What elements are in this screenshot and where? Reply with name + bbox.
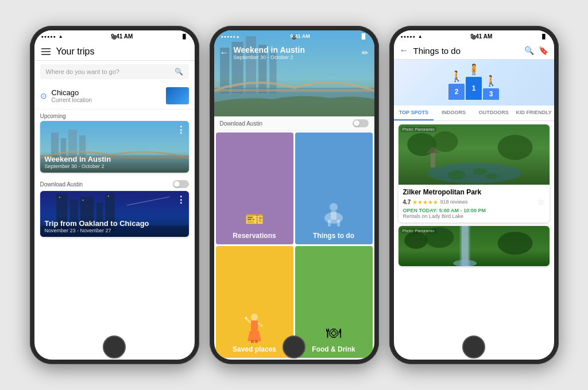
podium-block-first: 1 <box>466 77 482 100</box>
figure-first: 🧍 <box>467 63 480 76</box>
svg-point-43 <box>448 170 465 180</box>
phones-container: ●●●●● ▲ 9:41 AM ▐▌ Your trips Where do y… <box>18 14 570 376</box>
saved-places-label: Saved places <box>233 345 276 353</box>
battery-icon: ▐▌ <box>181 34 187 39</box>
p2-back-icon[interactable]: ← <box>220 48 229 58</box>
reservations-label: Reservations <box>233 232 276 240</box>
svg-line-34 <box>258 323 262 326</box>
podium-display: 🚶 2 🧍 1 <box>448 63 499 103</box>
tab-outdoors[interactable]: OUTDOORS <box>474 106 514 120</box>
download-toggle[interactable] <box>173 180 189 188</box>
rating-stars: ★★★★★ <box>412 199 438 205</box>
wifi-icon: ▲ <box>59 34 63 39</box>
podium-num-first: 1 <box>466 77 482 100</box>
grid-food-drink[interactable]: 🍽 Food & Drink <box>295 246 373 358</box>
svg-rect-14 <box>82 200 83 201</box>
podium-block-third: 3 <box>483 88 499 100</box>
current-location-row[interactable]: ⊙ Chicago Current location <box>34 83 195 110</box>
svg-point-26 <box>330 203 338 211</box>
svg-rect-13 <box>59 197 60 198</box>
svg-rect-31 <box>251 321 258 331</box>
p2-nav-overlay: ← Weekend in Austin September 30 - Octob… <box>214 43 374 63</box>
svg-rect-41 <box>430 153 435 167</box>
rating-number: 4.7 <box>403 199 411 205</box>
p3-bookmark-icon[interactable]: 🔖 <box>539 46 548 55</box>
p2-feature-grid: 🎫 Reservations <box>214 131 374 360</box>
review-count: 918 reviews <box>440 199 467 205</box>
svg-rect-36 <box>255 340 258 343</box>
figure-third: 🚶 <box>485 75 497 87</box>
podium-second: 🚶 2 <box>448 70 465 100</box>
upcoming-label: Upcoming <box>34 110 195 121</box>
search-bar[interactable]: Where do you want to go? 🔍 <box>40 64 189 79</box>
location-pin-icon: ⊙ <box>40 91 47 100</box>
food-drink-label: Food & Drink <box>312 345 355 353</box>
austin-trip-title: Weekend in Austin <box>45 155 184 163</box>
figure-second: 🚶 <box>450 70 463 83</box>
location-sublabel: Current location <box>52 97 161 103</box>
tab-kid-friendly[interactable]: KID FRIENDLY <box>514 106 554 120</box>
p2-hero-image: ●●●●●▲ 9:41 AM ▐▌ ← Weekend in Austin Se… <box>214 30 374 116</box>
p2-signal: ●●●●●▲ <box>221 34 241 38</box>
zilker-title: Zilker Metropolitan Park <box>403 188 545 196</box>
svg-rect-35 <box>251 340 254 343</box>
trip2-menu-icon[interactable]: ⋮ <box>176 194 185 205</box>
podium-first: 🧍 1 <box>466 63 482 100</box>
food-icon: 🍽 <box>326 324 341 342</box>
p2-status-bar: ●●●●●▲ 9:41 AM ▐▌ <box>214 30 374 42</box>
oakland-trip-title: Trip from Oakland to Chicago <box>45 219 184 228</box>
place-card-zilker[interactable]: Photo: Panoramio Zilker Metropolitan Par… <box>399 124 550 223</box>
oakland-card-image: Trip from Oakland to Chicago November 23… <box>40 191 189 237</box>
austin-card-image: Weekend in Austin September 30 - October… <box>40 121 189 173</box>
location-texts: Chicago Current location <box>52 88 161 103</box>
things-to-do-label: Things to do <box>313 232 354 240</box>
status-bar-3: ●●●●● ▲ 9:41 AM ▐▌ <box>394 30 554 42</box>
trip-menu-icon[interactable]: ⋮ <box>176 124 185 135</box>
zilker-image: Photo: Panoramio <box>399 124 550 185</box>
p3-signal-dots: ●●●●● <box>401 34 416 38</box>
grid-reservations[interactable]: 🎫 Reservations <box>216 132 293 244</box>
download-austin-label: Download Austin <box>40 181 83 188</box>
girl-icon: ★ <box>243 311 266 343</box>
p3-tabs: TOP SPOTS INDOORS OUTDOORS KID FRIENDLY <box>394 106 554 121</box>
svg-point-40 <box>497 135 532 160</box>
search-placeholder: Where do you want to go? <box>46 68 119 75</box>
svg-rect-24 <box>214 89 374 92</box>
zilker-card-info: Zilker Metropolitan Park 4.7 ★★★★★ 918 r… <box>399 185 550 223</box>
p2-download-bar: Download Austin <box>214 116 374 131</box>
p3-battery-icon: ▐▌ <box>540 34 547 39</box>
tab-top-spots[interactable]: TOP SPOTS <box>394 106 434 120</box>
hamburger-menu-icon[interactable] <box>41 48 51 55</box>
location-thumbnail <box>166 87 189 104</box>
things-to-do-page-title: Things to do <box>413 46 520 56</box>
p2-wrapper: ●●●●●▲ 9:41 AM ▐▌ ← Weekend in Austin Se… <box>214 30 374 360</box>
oakland-card-overlay: Trip from Oakland to Chicago November 23… <box>40 216 189 237</box>
p3-header: ← Things to do 🔍 🔖 <box>394 42 554 60</box>
trip-card-oakland[interactable]: Trip from Oakland to Chicago November 23… <box>40 191 189 237</box>
p3-hero-podium: 🚶 2 🧍 1 <box>394 60 554 106</box>
p3-search-icon[interactable]: 🔍 <box>524 46 534 55</box>
location-city: Chicago <box>52 88 161 97</box>
svg-point-44 <box>473 168 486 175</box>
waterfall-image: Photo: Panoramio <box>399 226 550 266</box>
austin-trip-dates: September 30 - October 2 <box>45 163 184 169</box>
zilker-rating: 4.7 ★★★★★ 918 reviews ☆ <box>403 197 545 206</box>
ticket-icon: 🎫 <box>245 210 264 228</box>
p2-download-toggle[interactable] <box>353 119 369 127</box>
download-austin-bar: Download Austin <box>34 177 195 191</box>
svg-point-45 <box>486 173 497 179</box>
p3-content: Photo: Panoramio Zilker Metropolitan Par… <box>394 121 554 360</box>
tab-indoors[interactable]: INDOORS <box>434 106 474 120</box>
p3-signal: ●●●●● ▲ <box>401 34 423 39</box>
grid-things-to-do[interactable]: Things to do <box>295 132 373 244</box>
status-time: 9:41 AM <box>111 33 133 40</box>
svg-rect-15 <box>107 196 109 197</box>
trip-card-austin[interactable]: Weekend in Austin September 30 - October… <box>40 121 189 173</box>
place-card-2[interactable]: Photo: Panoramio <box>399 226 550 266</box>
p2-edit-icon[interactable]: ✏ <box>362 48 369 57</box>
phone-2: ●●●●●▲ 9:41 AM ▐▌ ← Weekend in Austin Se… <box>210 26 379 364</box>
favorite-icon[interactable]: ☆ <box>537 197 545 206</box>
phone-1: ●●●●● ▲ 9:41 AM ▐▌ Your trips Where do y… <box>30 26 199 364</box>
p3-back-icon[interactable]: ← <box>400 45 409 56</box>
grid-saved-places[interactable]: ★ Saved places <box>216 246 293 358</box>
